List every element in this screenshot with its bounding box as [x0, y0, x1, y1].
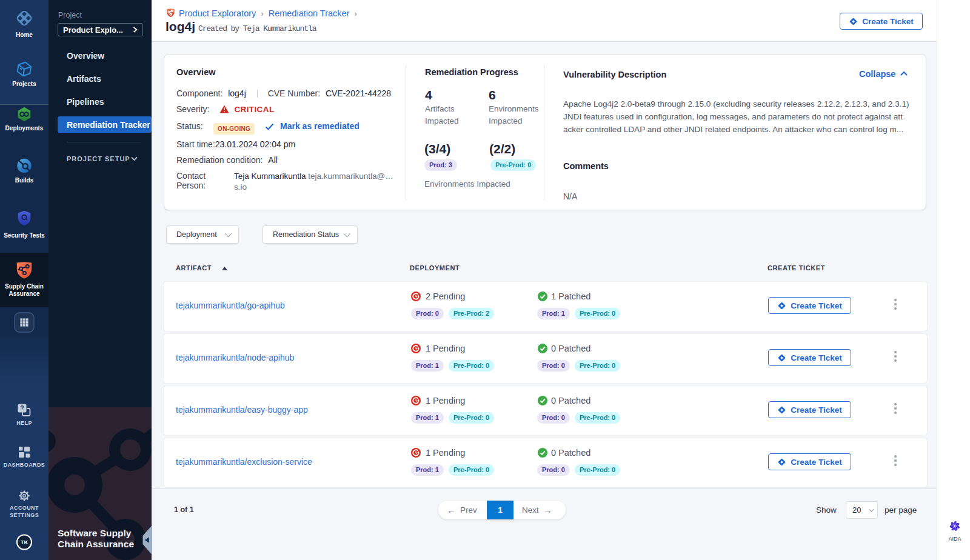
- svg-text:?: ?: [20, 404, 24, 412]
- svg-text:TK: TK: [21, 539, 28, 545]
